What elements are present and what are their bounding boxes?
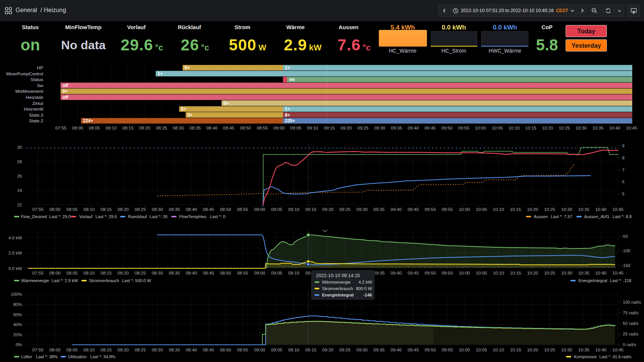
svg-text:10:40: 10:40 [595, 347, 606, 353]
svg-text:08:15: 08:15 [100, 207, 112, 212]
svg-text:09:35: 09:35 [374, 347, 385, 353]
svg-text:Last *: 41.6 rad/s: Last *: 41.6 rad/s [599, 354, 631, 359]
svg-text:10:10: 10:10 [493, 270, 504, 276]
svg-text:10:05: 10:05 [492, 125, 503, 131]
svg-text:Aussen_AVG: Aussen_AVG [584, 214, 609, 219]
svg-text:10:15: 10:15 [510, 207, 521, 212]
svg-text:Aussen: Aussen [534, 214, 548, 219]
svg-text:09:40: 09:40 [391, 207, 402, 212]
svg-text:10:25: 10:25 [544, 347, 555, 353]
svg-text:09:35: 09:35 [374, 270, 385, 276]
svg-text:10:30: 10:30 [575, 125, 587, 131]
svg-text:10:05: 10:05 [476, 347, 487, 353]
svg-text:09:45: 09:45 [408, 207, 419, 212]
svg-text:08:00: 08:00 [49, 270, 61, 276]
svg-text:0 rad/s: 0 rad/s [623, 342, 636, 347]
svg-text:08:40: 08:40 [186, 270, 197, 276]
svg-text:08:20: 08:20 [139, 125, 150, 131]
svg-text:MixMovement: MixMovement [16, 89, 44, 94]
svg-text:09:45: 09:45 [408, 347, 419, 353]
svg-text:9: 9 [622, 144, 624, 148]
svg-text:08:10: 08:10 [106, 125, 117, 131]
svg-text:08:00: 08:00 [72, 125, 83, 131]
svg-text:10:30: 10:30 [561, 270, 572, 276]
svg-text:FlowTempHwc: FlowTempHwc [179, 214, 207, 219]
svg-text:Stromverbrauch: Stromverbrauch [89, 278, 119, 283]
svg-text:09:15: 09:15 [305, 347, 317, 353]
svg-text:0+: 0+ [184, 65, 190, 70]
svg-text:08:15: 08:15 [100, 347, 112, 353]
svg-text:7: 7 [622, 168, 624, 172]
svg-text:8+: 8+ [285, 112, 290, 118]
svg-text:08:30: 08:30 [152, 347, 163, 353]
svg-text:10:00: 10:00 [459, 207, 470, 212]
svg-text:24: 24 [17, 188, 22, 193]
svg-text:07:55: 07:55 [55, 125, 67, 131]
svg-text:-150: -150 [622, 263, 630, 268]
svg-text:Last *: 7.57: Last *: 7.57 [551, 214, 572, 219]
svg-text:08:10: 08:10 [83, 270, 95, 276]
svg-text:08:45: 08:45 [203, 270, 214, 276]
svg-text:09:35: 09:35 [391, 125, 402, 131]
svg-text:10:15: 10:15 [510, 347, 521, 353]
svg-text:Status: Status [31, 77, 44, 82]
svg-text:09:45: 09:45 [408, 270, 419, 276]
svg-text:09:10: 09:10 [288, 207, 300, 212]
svg-text:09:20: 09:20 [341, 125, 352, 131]
svg-text:08:40: 08:40 [186, 207, 197, 212]
svg-text:10:25: 10:25 [559, 125, 570, 131]
svg-text:40%: 40% [13, 322, 22, 327]
svg-text:08:45: 08:45 [203, 207, 214, 212]
svg-text:10:00: 10:00 [459, 347, 470, 353]
svg-text:08:05: 08:05 [89, 125, 100, 131]
svg-text:08:20: 08:20 [117, 207, 129, 212]
svg-text:Lüfter: Lüfter [21, 354, 32, 359]
svg-text:10:10: 10:10 [493, 347, 504, 353]
svg-text:Heizventil: Heizventil [24, 106, 43, 112]
svg-text:25 rad/s: 25 rad/s [623, 332, 639, 336]
svg-text:09:55: 09:55 [442, 207, 453, 212]
svg-text:09:55: 09:55 [458, 125, 469, 131]
svg-text:07:55: 07:55 [32, 347, 44, 353]
svg-text:Last *: 0: Last *: 0 [210, 214, 225, 219]
svg-text:09:25: 09:25 [339, 207, 351, 212]
svg-text:on: on [289, 77, 295, 82]
svg-text:08:10: 08:10 [83, 207, 95, 212]
svg-text:EnergieIntegral: EnergieIntegral [578, 278, 607, 283]
svg-text:08:05: 08:05 [66, 207, 78, 212]
svg-text:8: 8 [622, 156, 624, 160]
svg-text:5: 5 [622, 192, 624, 196]
svg-text:Wärmeenergie: Wärmeenergie [21, 278, 49, 283]
svg-text:10:15: 10:15 [510, 270, 521, 276]
svg-text:09:10: 09:10 [288, 347, 300, 353]
svg-text:08:50: 08:50 [220, 270, 231, 276]
svg-text:08:35: 08:35 [189, 125, 201, 131]
svg-text:26: 26 [17, 174, 22, 178]
svg-text:Last *: 29.6: Last *: 29.6 [95, 214, 117, 219]
svg-text:Last *: 34.8%: Last *: 34.8% [90, 354, 116, 359]
svg-text:09:20: 09:20 [322, 207, 334, 212]
svg-text:09:40: 09:40 [391, 347, 402, 353]
svg-text:off: off [63, 95, 69, 100]
svg-text:09:50: 09:50 [425, 207, 436, 212]
svg-text:09:20: 09:20 [322, 347, 334, 353]
svg-text:08:20: 08:20 [117, 270, 129, 276]
svg-text:09:00: 09:00 [274, 125, 285, 131]
svg-text:1+: 1+ [285, 106, 290, 112]
svg-text:08:10: 08:10 [83, 347, 95, 353]
svg-text:50 rad/s: 50 rad/s [623, 321, 639, 326]
svg-text:1+: 1+ [285, 65, 290, 70]
svg-text:09:45: 09:45 [425, 125, 436, 131]
svg-text:09:10: 09:10 [288, 270, 300, 276]
svg-text:0+: 0+ [188, 112, 193, 118]
svg-text:10:10: 10:10 [493, 207, 504, 212]
svg-text:Last *: 2.9 kW: Last *: 2.9 kW [52, 278, 78, 283]
svg-text:08:05: 08:05 [66, 270, 78, 276]
svg-text:08:50: 08:50 [220, 347, 231, 353]
svg-text:08:15: 08:15 [100, 270, 112, 276]
svg-text:09:35: 09:35 [374, 207, 385, 212]
svg-text:08:20: 08:20 [117, 347, 129, 353]
svg-text:08:30: 08:30 [173, 125, 184, 131]
svg-text:Heizstab: Heizstab [26, 95, 43, 100]
svg-text:Ruecklauf: Ruecklauf [128, 214, 147, 219]
